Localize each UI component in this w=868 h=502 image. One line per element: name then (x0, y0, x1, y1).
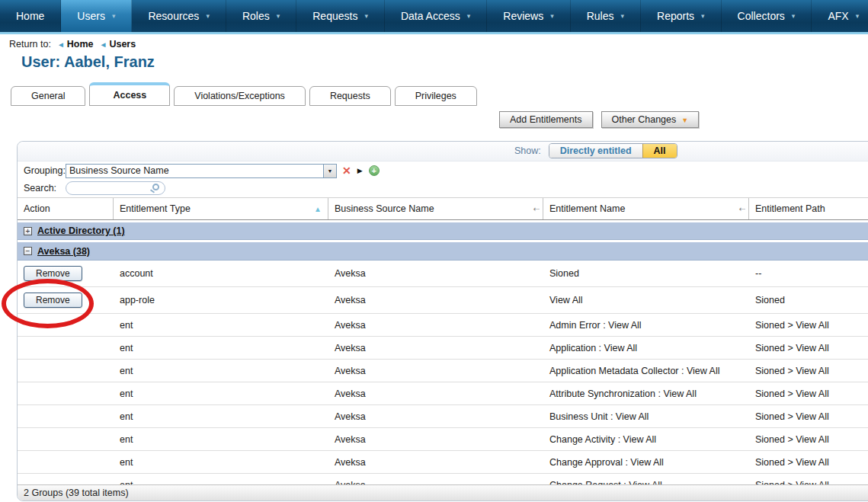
breadcrumb-link-users[interactable]: ◄Users (100, 39, 136, 50)
table-row: ent Aveksa Change Approval : View All Si… (18, 451, 868, 474)
grouping-label: Grouping: (24, 165, 66, 176)
grouping-row: Grouping: Business Source Name ▼ ✕ ▶ + (18, 162, 868, 179)
cell-entitlement-type: account (114, 268, 328, 279)
nav-item-rules[interactable]: Rules▾ (571, 0, 641, 32)
tab-violations-exceptions[interactable]: Violations/Exceptions (174, 86, 306, 106)
table-row: Remove account Aveksa Sioned -- (18, 261, 868, 287)
nav-item-home[interactable]: Home (0, 0, 61, 32)
application-window: Home Users▾ Resources▾ Roles▾ Requests▾ … (0, 0, 868, 502)
cell-entitlement-name: Application Metadata Collector : View Al… (543, 366, 749, 376)
group-row-aveksa[interactable]: − Aveksa (38) (18, 242, 868, 261)
cell-entitlement-path: -- (749, 268, 868, 279)
nav-item-collectors[interactable]: Collectors▾ (722, 0, 812, 32)
cell-entitlement-path: Sioned > View All (749, 343, 868, 353)
tab-access[interactable]: Access (89, 82, 170, 106)
cell-business-source: Aveksa (328, 411, 543, 422)
table-row: ent Aveksa Attribute Synchronization : V… (18, 382, 868, 405)
caret-down-icon: ▾ (277, 12, 280, 20)
column-header-entitlement-type[interactable]: Entitlement Type▲ (114, 198, 328, 219)
breadcrumb: Return to: ◄Home ◄Users (9, 39, 136, 50)
column-handle-icon[interactable]: ⇠ (739, 205, 745, 213)
cell-entitlement-type: ent (114, 457, 328, 468)
cell-business-source: Aveksa (328, 268, 543, 279)
show-option-directly-entitled[interactable]: Directly entitled (549, 144, 642, 158)
cell-business-source: Aveksa (328, 343, 543, 353)
column-header-business-source-name[interactable]: Business Source Name⇠ (328, 198, 543, 219)
nav-item-reports[interactable]: Reports▾ (641, 0, 722, 32)
add-entitlements-button[interactable]: Add Entitlements (499, 111, 593, 128)
add-grouping-icon[interactable]: + (369, 165, 380, 176)
cell-entitlement-path: Sioned > View All (749, 388, 868, 399)
cell-entitlement-name: Change Activity : View All (543, 434, 749, 445)
search-input[interactable] (71, 183, 147, 193)
tab-general[interactable]: General (11, 86, 85, 106)
caret-down-icon: ▾ (112, 12, 116, 20)
show-toggle: Directly entitled All (549, 143, 677, 158)
tab-requests[interactable]: Requests (309, 86, 391, 106)
column-header-entitlement-name[interactable]: Entitlement Name⇠ (543, 198, 749, 219)
caret-down-icon: ▾ (621, 12, 625, 20)
caret-down-icon: ▾ (856, 12, 860, 20)
cell-entitlement-path: Sioned > View All (749, 457, 868, 468)
cell-entitlement-type: ent (114, 320, 328, 331)
caret-down-icon[interactable]: ▼ (323, 165, 336, 177)
cell-business-source: Aveksa (328, 366, 543, 376)
cell-entitlement-path: Sioned > View All (749, 411, 868, 422)
table-footer: 2 Groups (39 total items) (18, 484, 868, 500)
table-row: ent Aveksa Change Activity : View All Si… (18, 428, 868, 451)
nav-item-afx[interactable]: AFX▾ (812, 0, 868, 32)
magnifier-icon[interactable] (152, 184, 159, 190)
cell-entitlement-path: Sioned > View All (749, 434, 868, 445)
search-label: Search: (24, 183, 66, 193)
nav-item-data-access[interactable]: Data Access▾ (385, 0, 487, 32)
tab-bar: General Access Violations/Exceptions Req… (11, 82, 477, 106)
cell-entitlement-path: Sioned (749, 295, 868, 305)
caret-down-icon: ▾ (467, 12, 471, 20)
remove-button[interactable]: Remove (24, 266, 82, 281)
top-navigation: Home Users▾ Resources▾ Roles▾ Requests▾ … (0, 0, 868, 32)
other-changes-button[interactable]: Other Changes▼ (601, 111, 700, 128)
collapse-icon[interactable]: − (24, 247, 32, 255)
apply-grouping-icon[interactable]: ▶ (357, 167, 363, 174)
cell-entitlement-name: Application : View All (543, 343, 749, 353)
column-header-action[interactable]: Action (18, 198, 114, 219)
show-option-all[interactable]: All (642, 144, 677, 158)
cell-entitlement-name: Business Unit : View All (543, 411, 749, 422)
caret-down-icon: ▾ (792, 12, 796, 20)
show-label: Show: (514, 145, 541, 156)
return-to-label: Return to: (9, 39, 51, 50)
action-button-group: Add Entitlements Other Changes▼ (499, 111, 699, 128)
sort-ascending-icon: ▲ (314, 205, 322, 213)
column-handle-icon[interactable]: ⇠ (533, 205, 540, 213)
cell-business-source: Aveksa (328, 388, 543, 399)
cell-entitlement-path: Sioned > View All (749, 320, 868, 331)
remove-button-circled[interactable]: Remove (24, 293, 82, 308)
cell-entitlement-name: Sioned (543, 268, 749, 279)
clear-grouping-icon[interactable]: ✕ (342, 165, 351, 177)
grouping-select[interactable]: Business Source Name ▼ (66, 164, 337, 178)
nav-item-users[interactable]: Users▾ (61, 0, 132, 32)
tab-privileges[interactable]: Privileges (395, 86, 477, 106)
nav-item-resources[interactable]: Resources▾ (132, 0, 226, 32)
page-title: User: Aabel, Franz (21, 53, 155, 71)
cell-business-source: Aveksa (328, 295, 543, 305)
breadcrumb-link-home[interactable]: ◄Home (57, 39, 94, 50)
search-row: Search: (18, 179, 868, 197)
arrow-left-icon: ◄ (57, 40, 65, 49)
cell-business-source: Aveksa (328, 457, 543, 468)
expand-icon[interactable]: + (24, 227, 32, 235)
nav-item-roles[interactable]: Roles▾ (226, 0, 296, 32)
nav-item-requests[interactable]: Requests▾ (296, 0, 385, 32)
caret-down-icon: ▼ (681, 117, 688, 124)
cell-entitlement-name: View All (543, 295, 749, 305)
caret-down-icon: ▾ (701, 12, 705, 20)
cell-entitlement-name: Attribute Synchronization : View All (543, 388, 749, 399)
caret-down-icon: ▾ (550, 12, 554, 20)
column-header-entitlement-path[interactable]: Entitlement Path (749, 198, 868, 219)
show-toggle-band: Show: Directly entitled All (18, 142, 868, 161)
group-row-active-directory[interactable]: + Active Directory (1) (18, 222, 868, 240)
caret-down-icon: ▾ (364, 12, 368, 20)
nav-accent-strip (0, 32, 868, 34)
nav-item-reviews[interactable]: Reviews▾ (487, 0, 570, 32)
cell-entitlement-name: Admin Error : View All (543, 320, 749, 331)
